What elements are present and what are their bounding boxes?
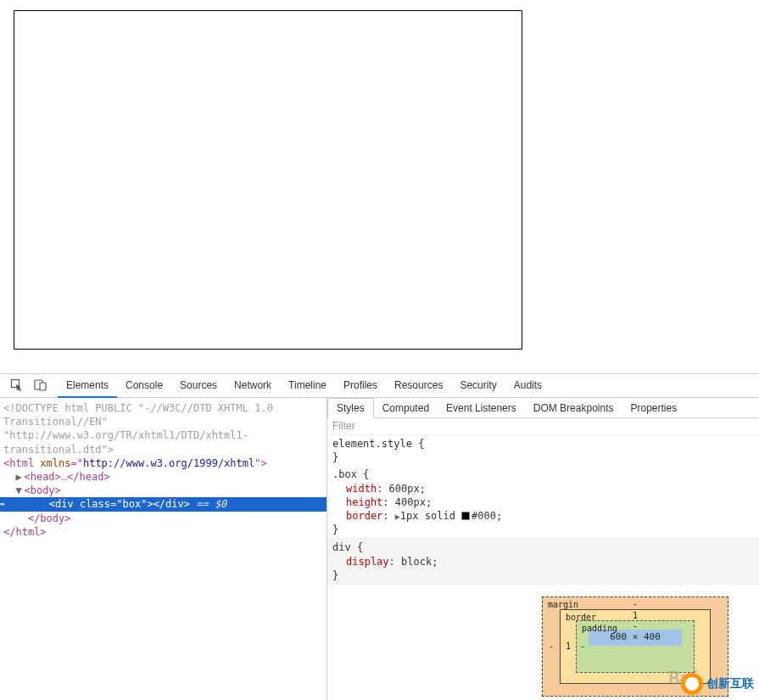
- color-swatch-icon[interactable]: [461, 512, 470, 520]
- colon: :: [382, 510, 394, 522]
- tab-security[interactable]: Security: [451, 374, 505, 397]
- devtools-panels: <!DOCTYPE html PUBLIC "-//W3C//DTD XHTML…: [0, 398, 759, 700]
- device-icon: [34, 378, 47, 392]
- colon: :: [382, 496, 394, 508]
- tag-text: ">: [141, 498, 153, 510]
- semi: ;: [426, 496, 432, 508]
- side-tab-dombreakpoints[interactable]: DOM Breakpoints: [525, 399, 622, 417]
- styles-tabs: Styles Computed Event Listeners DOM Brea…: [327, 398, 759, 418]
- decl-display[interactable]: display: block;: [332, 555, 754, 568]
- tag-close: ">: [254, 457, 266, 469]
- elements-tree[interactable]: <!DOCTYPE html PUBLIC "-//W3C//DTD XHTML…: [0, 398, 327, 700]
- devtools-panel: Elements Console Sources Network Timelin…: [0, 373, 759, 700]
- rendered-box-div[interactable]: [14, 10, 522, 350]
- selector-text: .box {: [332, 468, 754, 481]
- tab-network[interactable]: Network: [226, 374, 280, 397]
- logo-icon: [681, 673, 703, 695]
- tag-text: <div: [49, 498, 80, 510]
- tab-resources[interactable]: Resources: [386, 374, 451, 397]
- html-close[interactable]: </html>: [3, 525, 326, 539]
- prop-name: display: [346, 556, 389, 568]
- border-left-val: 1: [566, 641, 571, 652]
- tag-text: <head>: [24, 471, 60, 483]
- padding-label: padding: [582, 623, 617, 635]
- devtools-toolbar: Elements Console Sources Network Timelin…: [0, 374, 759, 398]
- semi: ;: [496, 510, 502, 522]
- prop-val: #000: [472, 510, 496, 522]
- prop-val: block: [401, 556, 432, 568]
- attr-name: xmlns: [40, 457, 70, 469]
- padding-top-val: -: [633, 620, 638, 632]
- expand-icon[interactable]: ▶: [15, 470, 24, 484]
- attr-val: http://www.w3.org/1999/xhtml: [83, 457, 254, 469]
- element-style-block[interactable]: element.style { }: [327, 435, 759, 466]
- colon: :: [377, 483, 388, 495]
- attr-name: class: [80, 498, 110, 510]
- tag-text: <html: [3, 457, 40, 469]
- toggle-device-icon[interactable]: [29, 375, 53, 397]
- decl-height[interactable]: height: 400px;: [332, 496, 754, 509]
- side-tab-properties[interactable]: Properties: [622, 399, 685, 417]
- prop-val: 400px: [395, 496, 426, 508]
- attr-eq: =": [70, 457, 82, 469]
- tag-text: <body>: [24, 484, 60, 496]
- semi: ;: [432, 556, 438, 568]
- tab-elements[interactable]: Elements: [58, 374, 117, 398]
- selector-text: div {: [332, 540, 754, 554]
- prop-name: width: [346, 483, 377, 495]
- logo-text: 创新互联: [706, 676, 754, 692]
- box-model-padding: padding - - 600 × 400: [576, 620, 695, 673]
- tab-timeline[interactable]: Timeline: [280, 374, 335, 397]
- decl-width[interactable]: width: 600px;: [332, 482, 754, 496]
- more-icon[interactable]: ⋯: [0, 497, 3, 511]
- side-tab-eventlisteners[interactable]: Event Listeners: [438, 399, 525, 417]
- styles-panel: Styles Computed Event Listeners DOM Brea…: [327, 398, 759, 700]
- close-brace: }: [332, 568, 754, 582]
- side-tab-styles[interactable]: Styles: [327, 398, 374, 418]
- padding-left-val: -: [580, 641, 585, 652]
- margin-left-val: -: [549, 641, 554, 652]
- prop-val: 600px: [389, 483, 420, 495]
- attr-eq: =": [110, 498, 122, 510]
- styles-body: element.style { } .box { width: 600px; h…: [327, 435, 759, 700]
- close-brace: }: [332, 451, 754, 464]
- inspect-element-icon[interactable]: [5, 375, 29, 397]
- useragent-div-block[interactable]: div { display: block; }: [327, 538, 759, 585]
- close-brace: }: [332, 523, 754, 536]
- devtools-tabs: Elements Console Sources Network Timelin…: [58, 374, 550, 397]
- margin-top-val: -: [633, 598, 638, 610]
- selected-ref: == $0: [190, 498, 226, 510]
- tab-profiles[interactable]: Profiles: [335, 374, 386, 397]
- attr-val: box: [123, 498, 142, 510]
- tag-text: </body>: [28, 512, 71, 524]
- watermark-cx: 创新互联: [681, 673, 754, 695]
- decl-border[interactable]: border: ▶1px solid #000;: [332, 509, 754, 523]
- styles-filter-input[interactable]: Filter: [327, 418, 759, 435]
- tag-text: </html>: [3, 526, 47, 538]
- doctype-line: "http://www.w3.org/TR/xhtml1/DTD/xhtml1-: [3, 428, 326, 442]
- collapse-icon[interactable]: ▼: [15, 484, 24, 497]
- doctype-line: Transitional//EN": [3, 415, 326, 428]
- doctype-line: transitional.dtd">: [3, 443, 326, 456]
- selector-text: element.style {: [332, 437, 754, 451]
- doctype-line: <!DOCTYPE html PUBLIC "-//W3C//DTD XHTML…: [3, 401, 326, 415]
- colon: :: [389, 556, 401, 568]
- rendered-page: [0, 0, 759, 373]
- tab-console[interactable]: Console: [117, 374, 171, 397]
- html-open[interactable]: <html xmlns="http://www.w3.org/1999/xhtm…: [3, 456, 326, 470]
- body-close[interactable]: </body>: [3, 512, 326, 525]
- prop-name: border: [346, 510, 382, 522]
- tag-text: </div>: [153, 498, 190, 510]
- side-tab-computed[interactable]: Computed: [374, 399, 438, 417]
- prop-name: height: [346, 496, 382, 508]
- box-rule-block[interactable]: .box { width: 600px; height: 400px; bord…: [327, 466, 759, 538]
- body-open[interactable]: ▼<body>: [3, 484, 326, 497]
- svg-rect-2: [40, 383, 46, 390]
- cursor-in-box-icon: [10, 378, 24, 392]
- ellipsis: …: [61, 471, 67, 483]
- tab-sources[interactable]: Sources: [171, 374, 226, 397]
- tab-audits[interactable]: Audits: [505, 374, 550, 397]
- prop-val: 1px solid: [400, 510, 461, 522]
- selected-div-box[interactable]: ⋯ <div class="box"></div> == $0: [0, 497, 326, 511]
- head-line[interactable]: ▶<head>…</head>: [3, 470, 326, 484]
